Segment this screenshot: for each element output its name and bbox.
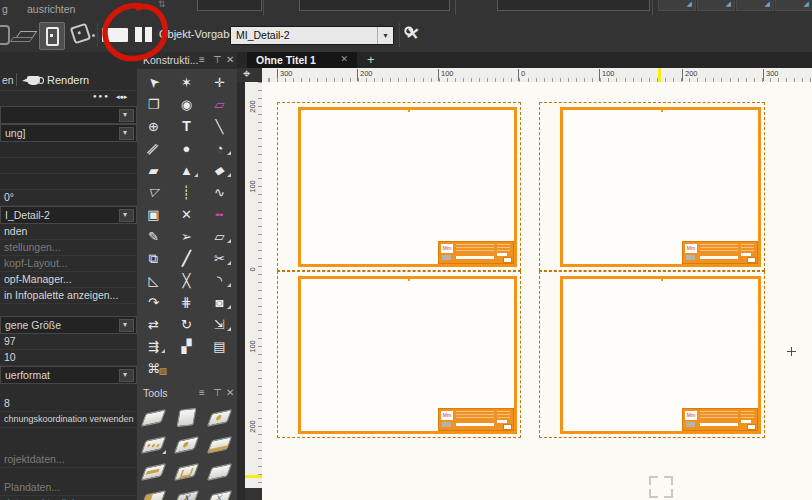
stamp-tool-icon[interactable] (70, 23, 91, 44)
tool-button[interactable]: ╍ (203, 203, 236, 225)
sheet-page-border[interactable]: Mm (539, 102, 765, 271)
panel-row[interactable] (0, 142, 137, 158)
panel-row[interactable]: 10 (0, 350, 137, 366)
tool-button[interactable] (170, 404, 203, 431)
tool-button[interactable]: ◔ (203, 137, 236, 159)
panel-row[interactable]: rojektdaten... (0, 452, 137, 468)
tool-button[interactable] (137, 485, 170, 500)
tool-button[interactable]: ⋕ (170, 291, 203, 313)
panel-row[interactable]: datum aktualisieren (0, 496, 137, 500)
drawing-canvas[interactable]: Mm Mm (262, 82, 812, 500)
panel-row[interactable]: in Infopalette anzeigen... (0, 288, 137, 304)
tool-button[interactable]: ▞ (170, 335, 203, 357)
sheet-frame[interactable]: Mm (560, 107, 761, 267)
title-block[interactable]: Mm (682, 408, 758, 431)
tab-fragment[interactable]: en (2, 74, 14, 86)
panel-row[interactable] (0, 304, 137, 316)
tool-button[interactable]: ▱ (203, 225, 236, 247)
pager-nav-icon[interactable]: ◂●▸ (116, 93, 127, 101)
tool-button[interactable] (170, 431, 203, 458)
tool-button[interactable]: ❐ (137, 93, 170, 115)
tool-button[interactable]: ◆ (203, 159, 236, 181)
tool-button[interactable] (203, 458, 236, 485)
tool-button[interactable]: ┊ (170, 181, 203, 203)
pager-dots-row[interactable]: ●●● ◂●▸ (0, 90, 137, 107)
panel-row[interactable]: uerformat (0, 366, 137, 384)
render-tab-label[interactable]: Rendern (47, 74, 89, 86)
chevron-down-icon[interactable] (119, 109, 134, 122)
tool-button[interactable]: ╳ (170, 269, 203, 291)
sheet-page-border[interactable]: Mm (277, 271, 521, 438)
tool-button[interactable]: T (170, 115, 203, 137)
tool-button[interactable]: ∿ (203, 181, 236, 203)
panel-row[interactable]: 0° (0, 190, 137, 206)
menu-icon[interactable]: ≡ (199, 387, 205, 398)
panel-row[interactable]: kopf-Layout... (0, 256, 137, 272)
two-page-mode-button-part[interactable] (145, 27, 152, 42)
origin-icon[interactable]: ⌖ (243, 66, 250, 82)
title-block[interactable]: Mm (438, 408, 514, 431)
panel-row[interactable]: ung] (0, 124, 137, 142)
tool-button[interactable]: ◉ (170, 93, 203, 115)
tool-button[interactable] (170, 485, 203, 500)
tool-button[interactable] (170, 458, 203, 485)
panel-row[interactable] (0, 106, 137, 124)
panel-row[interactable]: stellungen... (0, 240, 137, 256)
toolbar-input[interactable] (197, 0, 262, 11)
tool-button[interactable]: ⧉ (137, 247, 170, 269)
chevron-down-icon[interactable] (119, 369, 134, 382)
panel-row[interactable]: I_Detail-2 (0, 206, 137, 224)
tools-wrench-icon[interactable]: ✕ (405, 23, 421, 44)
panel-row[interactable]: gene Größe (0, 316, 137, 334)
align-button[interactable]: ◢ (697, 0, 735, 11)
tool-button[interactable]: ╱ (170, 247, 203, 269)
tool-button[interactable]: ◝ (203, 269, 236, 291)
menu-item-fragment[interactable]: g (2, 3, 8, 15)
tool-button[interactable]: ∥ (137, 137, 170, 159)
tool-button[interactable]: ◙ (203, 291, 236, 313)
tool-button[interactable]: ▰ (137, 159, 170, 181)
tool-button[interactable]: ⇲ (203, 313, 236, 335)
tool-button[interactable] (137, 431, 170, 458)
flat-object-icon[interactable] (16, 31, 38, 38)
panel-row[interactable] (0, 440, 137, 452)
align-button[interactable]: ◢ (658, 0, 696, 11)
close-icon[interactable]: ✕ (340, 54, 348, 64)
tool-button[interactable]: ▱ (203, 93, 236, 115)
panel-row[interactable]: 8 (0, 396, 137, 412)
konstruktion-header[interactable]: Konstrukti... ≡ ⊤ ✕ (137, 52, 237, 69)
tool-button[interactable]: ✂ (203, 247, 236, 269)
tool-button[interactable] (137, 458, 170, 485)
chevron-down-icon[interactable] (119, 209, 134, 222)
tool-button[interactable]: ✎ (137, 225, 170, 247)
tool-button[interactable]: ✶ (170, 71, 203, 93)
landscape-page-mode-button[interactable] (102, 28, 128, 42)
panel-row[interactable] (0, 468, 137, 480)
tool-button[interactable]: ↻ (170, 313, 203, 335)
sheet-frame[interactable]: Mm (298, 276, 517, 434)
tool-button[interactable]: ▣ (137, 203, 170, 225)
tool-button[interactable]: ⇄ (137, 313, 170, 335)
panel-row[interactable]: opf-Manager... (0, 272, 137, 288)
toolbar-input[interactable] (497, 0, 650, 11)
tool-button[interactable]: ➢ (170, 225, 203, 247)
tool-button[interactable]: ⌘ (137, 357, 170, 379)
panel-row[interactable] (0, 174, 137, 190)
tool-button[interactable] (203, 485, 236, 500)
panel-row[interactable] (0, 158, 137, 174)
pin-icon[interactable]: ⊤ (213, 54, 222, 65)
menu-item-ausrichten[interactable]: ausrichten (27, 3, 75, 15)
panel-row[interactable] (0, 428, 137, 440)
render-tab-row[interactable]: en Rendern (0, 70, 137, 91)
tool-button[interactable]: ✕ (170, 203, 203, 225)
close-icon[interactable]: ✕ (226, 54, 234, 65)
title-block[interactable]: Mm (438, 241, 514, 264)
align-button[interactable]: ◢ (775, 0, 812, 11)
tool-button[interactable]: ⇶ (137, 335, 170, 357)
close-icon[interactable]: ✕ (226, 387, 234, 398)
tool-button[interactable]: ⊕ (137, 115, 170, 137)
tool-button[interactable]: ▤ (203, 335, 236, 357)
two-page-mode-button[interactable] (135, 27, 142, 42)
active-mode-button[interactable] (39, 22, 65, 50)
sheet-page-border[interactable]: Mm (277, 102, 521, 271)
